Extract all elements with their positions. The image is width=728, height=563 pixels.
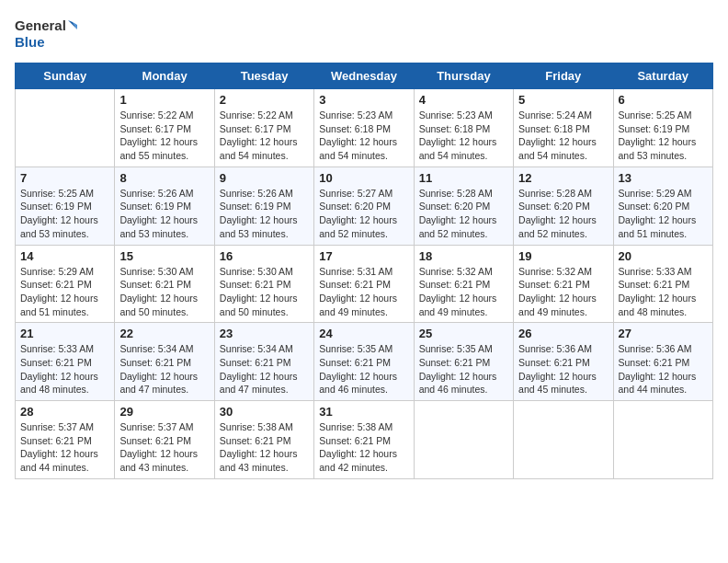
calendar-cell: 26Sunrise: 5:36 AM Sunset: 6:21 PM Dayli… — [514, 323, 613, 401]
cell-info: Sunrise: 5:34 AM Sunset: 6:21 PM Dayligh… — [119, 342, 209, 396]
calendar-cell: 24Sunrise: 5:35 AM Sunset: 6:21 PM Dayli… — [314, 323, 414, 401]
week-row-5: 28Sunrise: 5:37 AM Sunset: 6:21 PM Dayli… — [16, 401, 713, 479]
day-number: 18 — [419, 249, 508, 263]
day-number: 22 — [119, 327, 209, 340]
day-number: 26 — [518, 327, 608, 340]
day-number: 13 — [619, 171, 708, 185]
cell-info: Sunrise: 5:37 AM Sunset: 6:21 PM Dayligh… — [20, 420, 109, 475]
cell-info: Sunrise: 5:31 AM Sunset: 6:21 PM Dayligh… — [319, 265, 408, 319]
cell-info: Sunrise: 5:23 AM Sunset: 6:18 PM Dayligh… — [319, 109, 408, 163]
column-header-sunday: Sunday — [16, 63, 115, 89]
calendar-cell: 29Sunrise: 5:37 AM Sunset: 6:21 PM Dayli… — [115, 401, 214, 479]
cell-info: Sunrise: 5:33 AM Sunset: 6:21 PM Dayligh… — [619, 265, 708, 319]
day-number: 11 — [419, 171, 508, 185]
day-number: 6 — [619, 93, 708, 107]
cell-info: Sunrise: 5:23 AM Sunset: 6:18 PM Dayligh… — [419, 109, 508, 163]
cell-info: Sunrise: 5:35 AM Sunset: 6:21 PM Dayligh… — [419, 342, 508, 396]
cell-info: Sunrise: 5:34 AM Sunset: 6:21 PM Dayligh… — [220, 342, 309, 396]
day-number: 2 — [220, 93, 309, 107]
cell-info: Sunrise: 5:25 AM Sunset: 6:19 PM Dayligh… — [619, 109, 708, 163]
calendar-cell: 9Sunrise: 5:26 AM Sunset: 6:19 PM Daylig… — [214, 167, 313, 245]
logo-svg: General Blue — [15, 15, 79, 53]
cell-info: Sunrise: 5:27 AM Sunset: 6:20 PM Dayligh… — [319, 187, 408, 241]
cell-info: Sunrise: 5:22 AM Sunset: 6:17 PM Dayligh… — [119, 109, 209, 163]
cell-info: Sunrise: 5:22 AM Sunset: 6:17 PM Dayligh… — [220, 109, 309, 163]
week-row-3: 14Sunrise: 5:29 AM Sunset: 6:21 PM Dayli… — [16, 245, 713, 323]
calendar-cell: 13Sunrise: 5:29 AM Sunset: 6:20 PM Dayli… — [613, 167, 712, 245]
day-number: 19 — [518, 249, 608, 263]
cell-info: Sunrise: 5:28 AM Sunset: 6:20 PM Dayligh… — [419, 187, 508, 241]
day-number: 4 — [419, 93, 508, 107]
calendar-cell: 18Sunrise: 5:32 AM Sunset: 6:21 PM Dayli… — [414, 245, 513, 323]
week-row-1: 1Sunrise: 5:22 AM Sunset: 6:17 PM Daylig… — [16, 89, 713, 167]
calendar-cell: 14Sunrise: 5:29 AM Sunset: 6:21 PM Dayli… — [16, 245, 115, 323]
cell-info: Sunrise: 5:38 AM Sunset: 6:21 PM Dayligh… — [319, 420, 408, 475]
day-number: 27 — [619, 327, 708, 340]
calendar-cell — [414, 401, 513, 479]
cell-info: Sunrise: 5:28 AM Sunset: 6:20 PM Dayligh… — [518, 187, 608, 241]
column-header-thursday: Thursday — [414, 63, 513, 89]
calendar-cell: 10Sunrise: 5:27 AM Sunset: 6:20 PM Dayli… — [314, 167, 414, 245]
calendar-cell: 7Sunrise: 5:25 AM Sunset: 6:19 PM Daylig… — [16, 167, 115, 245]
day-number: 7 — [20, 171, 109, 185]
calendar-cell: 1Sunrise: 5:22 AM Sunset: 6:17 PM Daylig… — [115, 89, 214, 167]
column-header-friday: Friday — [514, 63, 613, 89]
cell-info: Sunrise: 5:36 AM Sunset: 6:21 PM Dayligh… — [518, 342, 608, 396]
cell-info: Sunrise: 5:37 AM Sunset: 6:21 PM Dayligh… — [119, 420, 209, 475]
calendar-cell: 4Sunrise: 5:23 AM Sunset: 6:18 PM Daylig… — [414, 89, 513, 167]
calendar-cell: 28Sunrise: 5:37 AM Sunset: 6:21 PM Dayli… — [16, 401, 115, 479]
cell-info: Sunrise: 5:29 AM Sunset: 6:21 PM Dayligh… — [20, 265, 109, 319]
day-number: 14 — [20, 249, 109, 263]
day-number: 25 — [419, 327, 508, 340]
cell-info: Sunrise: 5:25 AM Sunset: 6:19 PM Dayligh… — [20, 187, 109, 241]
day-number: 17 — [319, 249, 408, 263]
column-header-wednesday: Wednesday — [314, 63, 414, 89]
day-number: 20 — [619, 249, 708, 263]
day-number: 3 — [319, 93, 408, 107]
day-number: 1 — [119, 93, 209, 107]
day-number: 21 — [20, 327, 109, 340]
day-number: 10 — [319, 171, 408, 185]
calendar-table: SundayMondayTuesdayWednesdayThursdayFrid… — [15, 63, 713, 479]
day-number: 5 — [518, 93, 608, 107]
cell-info: Sunrise: 5:36 AM Sunset: 6:21 PM Dayligh… — [619, 342, 708, 396]
day-number: 29 — [119, 405, 209, 419]
day-number: 9 — [220, 171, 309, 185]
cell-info: Sunrise: 5:30 AM Sunset: 6:21 PM Dayligh… — [119, 265, 209, 319]
day-number: 24 — [319, 327, 408, 340]
day-number: 23 — [220, 327, 309, 340]
calendar-cell: 6Sunrise: 5:25 AM Sunset: 6:19 PM Daylig… — [613, 89, 712, 167]
calendar-cell: 17Sunrise: 5:31 AM Sunset: 6:21 PM Dayli… — [314, 245, 414, 323]
week-row-4: 21Sunrise: 5:33 AM Sunset: 6:21 PM Dayli… — [16, 323, 713, 401]
calendar-cell: 30Sunrise: 5:38 AM Sunset: 6:21 PM Dayli… — [214, 401, 313, 479]
calendar-cell: 25Sunrise: 5:35 AM Sunset: 6:21 PM Dayli… — [414, 323, 513, 401]
cell-info: Sunrise: 5:30 AM Sunset: 6:21 PM Dayligh… — [220, 265, 309, 319]
calendar-cell: 23Sunrise: 5:34 AM Sunset: 6:21 PM Dayli… — [214, 323, 313, 401]
calendar-cell: 12Sunrise: 5:28 AM Sunset: 6:20 PM Dayli… — [514, 167, 613, 245]
cell-info: Sunrise: 5:29 AM Sunset: 6:20 PM Dayligh… — [619, 187, 708, 241]
page-header: General Blue — [15, 15, 713, 53]
cell-info: Sunrise: 5:26 AM Sunset: 6:19 PM Dayligh… — [119, 187, 209, 241]
calendar-body: 1Sunrise: 5:22 AM Sunset: 6:17 PM Daylig… — [16, 89, 713, 479]
calendar-cell: 19Sunrise: 5:32 AM Sunset: 6:21 PM Dayli… — [514, 245, 613, 323]
week-row-2: 7Sunrise: 5:25 AM Sunset: 6:19 PM Daylig… — [16, 167, 713, 245]
calendar-cell: 3Sunrise: 5:23 AM Sunset: 6:18 PM Daylig… — [314, 89, 414, 167]
calendar-header-row: SundayMondayTuesdayWednesdayThursdayFrid… — [16, 63, 713, 89]
calendar-cell — [16, 89, 115, 167]
cell-info: Sunrise: 5:32 AM Sunset: 6:21 PM Dayligh… — [518, 265, 608, 319]
calendar-cell: 20Sunrise: 5:33 AM Sunset: 6:21 PM Dayli… — [613, 245, 712, 323]
calendar-cell: 27Sunrise: 5:36 AM Sunset: 6:21 PM Dayli… — [613, 323, 712, 401]
cell-info: Sunrise: 5:38 AM Sunset: 6:21 PM Dayligh… — [220, 420, 309, 475]
calendar-cell: 2Sunrise: 5:22 AM Sunset: 6:17 PM Daylig… — [214, 89, 313, 167]
column-header-tuesday: Tuesday — [214, 63, 313, 89]
calendar-cell: 8Sunrise: 5:26 AM Sunset: 6:19 PM Daylig… — [115, 167, 214, 245]
calendar-cell: 15Sunrise: 5:30 AM Sunset: 6:21 PM Dayli… — [115, 245, 214, 323]
cell-info: Sunrise: 5:24 AM Sunset: 6:18 PM Dayligh… — [518, 109, 608, 163]
calendar-cell: 5Sunrise: 5:24 AM Sunset: 6:18 PM Daylig… — [514, 89, 613, 167]
day-number: 12 — [518, 171, 608, 185]
calendar-cell — [514, 401, 613, 479]
day-number: 15 — [119, 249, 209, 263]
calendar-cell — [613, 401, 712, 479]
logo: General Blue — [15, 15, 79, 53]
column-header-monday: Monday — [115, 63, 214, 89]
